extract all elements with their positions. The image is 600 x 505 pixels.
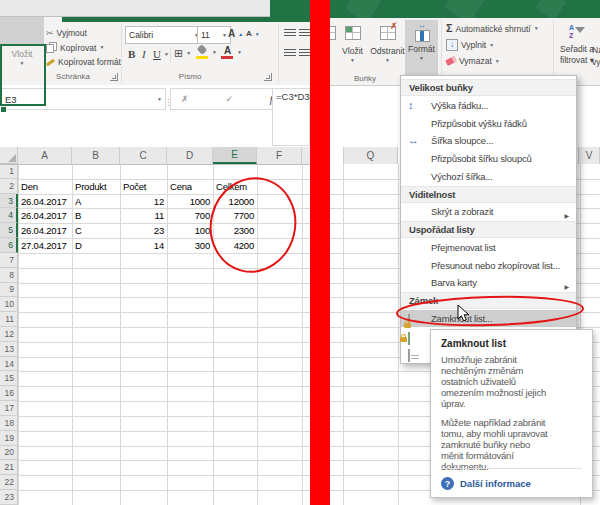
cell-A3[interactable]: 26.04.2017 [18,194,72,209]
gridline-h [0,164,310,165]
cell-B2[interactable]: Produkt [72,179,120,194]
menu-item-4-1[interactable]: Zamknout list... [401,310,576,327]
protect-sheet-icon [408,312,422,325]
menu-item-1-5[interactable]: Výchozí šířka... [401,168,576,185]
row-header-9[interactable]: 9 [0,283,18,298]
gridline-h [18,342,310,343]
cell-B4[interactable]: B [72,208,120,223]
row-header-4[interactable]: 4 [0,208,18,223]
selection-fill-handle[interactable] [0,106,7,113]
menu-section-header-3: Uspořádat listy [401,221,576,238]
menu-item-1-4[interactable]: Přizpůsobit šířku sloupců [401,150,576,167]
fill-button[interactable]: Vyplnit ▼ [446,39,494,51]
lock-cell-icon [408,330,422,343]
row-header-7[interactable]: 7 [0,253,18,268]
row-header-14[interactable]: 14 [0,357,18,372]
row-header-19[interactable]: 19 [0,431,18,446]
menu-item-1-2[interactable]: Přizpůsobit výšku řádků [401,115,576,132]
cell-C5[interactable]: 23 [120,223,167,238]
column-header-Q[interactable]: Q [343,147,398,164]
format-dropdown-menu: Velikost buňkyVýška řádku...↕Přizpůsobit… [400,75,577,364]
cell-E6[interactable]: 4200 [213,238,257,253]
row-header-23[interactable]: 23 [0,490,18,505]
row-header-10[interactable]: 10 [0,297,18,312]
menu-item-3-2[interactable]: Přesunout nebo zkopírovat list... [401,257,576,274]
cell-D3[interactable]: 1000 [167,194,213,209]
row-header-22[interactable]: 22 [0,475,18,490]
delete-label: Odstranit [370,46,405,56]
format-label: Formát [408,44,435,54]
row-header-12[interactable]: 12 [0,327,18,342]
row-header-3[interactable]: 3 [0,194,18,209]
column-header-E[interactable]: E [213,147,257,164]
cell-A2[interactable]: Den [18,179,72,194]
row-header-13[interactable]: 13 [0,342,18,357]
row-height-icon: ↕ [408,99,422,112]
row-header-20[interactable]: 20 [0,446,18,461]
row-header-17[interactable]: 17 [0,401,18,416]
column-header-F[interactable]: F [257,147,302,164]
row-header-16[interactable]: 16 [0,386,18,401]
gridline-h [18,283,310,284]
fill-down-icon [446,39,458,51]
cell-C3[interactable]: 12 [120,194,167,209]
cell-E3[interactable]: 12000 [213,194,257,209]
menu-item-3-1[interactable]: Přejmenovat list [401,239,576,256]
cell-E5[interactable]: 2300 [213,223,257,238]
cell-C2[interactable]: Počet [120,179,167,194]
column-header-D[interactable]: D [167,147,213,164]
insert-cells-button[interactable]: Vložit ▼ [336,21,369,81]
menu-item-1-1[interactable]: Výška řádku...↕ [401,97,576,114]
gridline-v [257,164,258,505]
menu-item-label: Skrýt a zobrazit [431,206,493,217]
sort-az-filter-icon: AZ [569,23,585,41]
find-select-button-clipped[interactable]: Najít a vybrat ▾ [592,44,600,74]
select-all-corner[interactable] [0,147,18,164]
row-header-18[interactable]: 18 [0,416,18,431]
cell-C6[interactable]: 14 [120,238,167,253]
cell-A6[interactable]: 27.04.2017 [18,238,72,253]
row-header-21[interactable]: 21 [0,460,18,475]
gridline-v [302,164,303,505]
cell-D4[interactable]: 700 [167,208,213,223]
row-header-2[interactable]: 2 [0,179,18,194]
row-header-6[interactable]: 6 [0,238,18,253]
cell-E2[interactable]: Celkem [213,179,257,194]
cell-D6[interactable]: 300 [167,238,213,253]
row-header-15[interactable]: 15 [0,371,18,386]
row-header-1[interactable]: 1 [0,164,18,179]
title-bar-right [330,0,600,18]
row-header-8[interactable]: 8 [0,268,18,283]
column-header-B[interactable]: B [72,147,120,164]
row-header-5[interactable]: 5 [0,223,18,238]
cell-B6[interactable]: D [72,238,120,253]
column-header-stub [302,147,310,164]
column-header-C[interactable]: C [120,147,167,164]
selection-border [0,44,46,105]
format-button[interactable]: ↔ Formát ▼ [405,20,438,77]
more-info-link[interactable]: Další informace [460,478,531,489]
menu-item-3-3[interactable]: Barva karty▶ [401,274,576,291]
cell-C4[interactable]: 11 [120,208,167,223]
column-header-A[interactable]: A [18,147,72,164]
cell-D5[interactable]: 100 [167,223,213,238]
autosum-button[interactable]: Σ Automatické shrnutí ▼ [446,23,539,34]
cell-E4[interactable]: 7700 [213,208,257,223]
delete-cells-icon [380,26,396,40]
row-header-11[interactable]: 11 [0,312,18,327]
menu-item-2-1[interactable]: Skrýt a zobrazit▶ [401,203,576,220]
column-header-V[interactable]: V [578,147,600,164]
cell-B5[interactable]: C [72,223,120,238]
menu-item-label: Přejmenovat list [431,242,495,253]
menu-item-1-3[interactable]: Šířka sloupce...↔ [401,132,576,149]
gridline-h [18,490,310,491]
delete-cells-button[interactable]: Odstranit ▼ [371,21,404,81]
gridline-h [18,446,310,447]
cell-B3[interactable]: A [72,194,120,209]
clear-button[interactable]: Vymazat ▼ [446,56,500,66]
menu-section-header-4: Zámek [401,292,576,309]
clear-label: Vymazat [459,56,492,66]
cell-D2[interactable]: Cena [167,179,213,194]
cell-A5[interactable]: 26.04.2017 [18,223,72,238]
cell-A4[interactable]: 26.04.2017 [18,208,72,223]
